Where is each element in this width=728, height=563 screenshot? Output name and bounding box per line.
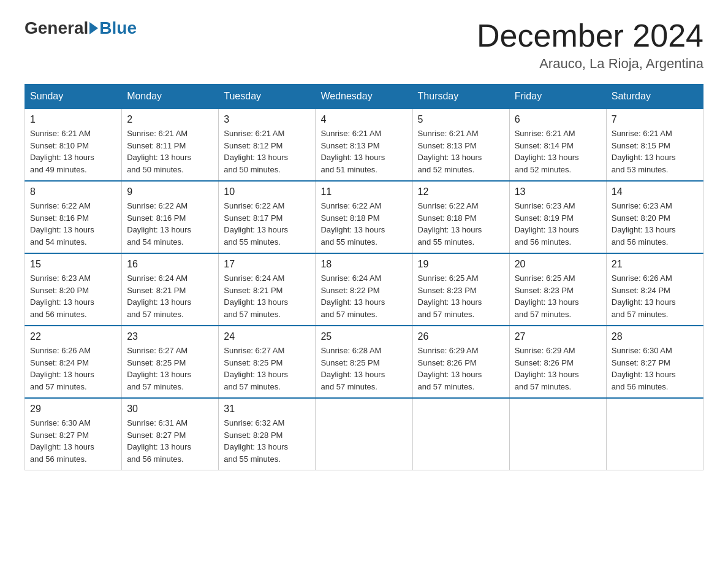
day-number: 4 xyxy=(320,114,407,125)
day-number: 6 xyxy=(515,114,601,125)
calendar-cell: 27 Sunrise: 6:29 AMSunset: 8:26 PMDaylig… xyxy=(509,326,606,398)
day-number: 29 xyxy=(30,404,116,415)
day-info: Sunrise: 6:24 AMSunset: 8:21 PMDaylight:… xyxy=(224,274,288,319)
calendar-cell: 7 Sunrise: 6:21 AMSunset: 8:15 PMDayligh… xyxy=(606,109,703,181)
day-info: Sunrise: 6:22 AMSunset: 8:18 PMDaylight:… xyxy=(320,201,385,247)
logo-blue-text: Blue xyxy=(99,18,137,38)
calendar-cell: 22 Sunrise: 6:26 AMSunset: 8:24 PMDaylig… xyxy=(25,326,122,398)
day-number: 3 xyxy=(224,114,310,125)
calendar-header-monday: Monday xyxy=(122,85,219,109)
calendar-cell: 2 Sunrise: 6:21 AMSunset: 8:11 PMDayligh… xyxy=(122,109,219,181)
day-number: 24 xyxy=(224,331,310,342)
calendar-cell: 4 Sunrise: 6:21 AMSunset: 8:13 PMDayligh… xyxy=(316,109,412,181)
calendar-cell: 8 Sunrise: 6:22 AMSunset: 8:16 PMDayligh… xyxy=(25,181,122,253)
calendar-cell: 17 Sunrise: 6:24 AMSunset: 8:21 PMDaylig… xyxy=(219,253,316,326)
calendar-cell: 25 Sunrise: 6:28 AMSunset: 8:25 PMDaylig… xyxy=(316,326,412,398)
day-info: Sunrise: 6:26 AMSunset: 8:24 PMDaylight:… xyxy=(612,274,676,319)
day-number: 15 xyxy=(30,259,116,270)
day-number: 31 xyxy=(224,404,310,415)
day-info: Sunrise: 6:21 AMSunset: 8:14 PMDaylight:… xyxy=(515,129,579,174)
day-number: 10 xyxy=(224,186,310,197)
calendar-table: SundayMondayTuesdayWednesdayThursdayFrid… xyxy=(25,84,703,470)
day-number: 18 xyxy=(320,259,407,270)
day-info: Sunrise: 6:26 AMSunset: 8:24 PMDaylight:… xyxy=(30,346,94,391)
month-title: December 2024 xyxy=(477,18,703,53)
calendar-cell: 29 Sunrise: 6:30 AMSunset: 8:27 PMDaylig… xyxy=(25,398,122,470)
calendar-cell: 23 Sunrise: 6:27 AMSunset: 8:25 PMDaylig… xyxy=(122,326,219,398)
calendar-cell: 9 Sunrise: 6:22 AMSunset: 8:16 PMDayligh… xyxy=(122,181,219,253)
calendar-cell: 11 Sunrise: 6:22 AMSunset: 8:18 PMDaylig… xyxy=(316,181,412,253)
calendar-header-thursday: Thursday xyxy=(412,85,509,109)
calendar-cell xyxy=(412,398,509,470)
calendar-header-tuesday: Tuesday xyxy=(219,85,316,109)
calendar-cell: 13 Sunrise: 6:23 AMSunset: 8:19 PMDaylig… xyxy=(509,181,606,253)
calendar-cell: 5 Sunrise: 6:21 AMSunset: 8:13 PMDayligh… xyxy=(412,109,509,181)
calendar-week-row: 8 Sunrise: 6:22 AMSunset: 8:16 PMDayligh… xyxy=(25,181,703,253)
day-info: Sunrise: 6:25 AMSunset: 8:23 PMDaylight:… xyxy=(515,274,579,319)
day-info: Sunrise: 6:24 AMSunset: 8:22 PMDaylight:… xyxy=(320,274,385,319)
calendar-cell: 20 Sunrise: 6:25 AMSunset: 8:23 PMDaylig… xyxy=(509,253,606,326)
calendar-cell: 24 Sunrise: 6:27 AMSunset: 8:25 PMDaylig… xyxy=(219,326,316,398)
calendar-cell: 28 Sunrise: 6:30 AMSunset: 8:27 PMDaylig… xyxy=(606,326,703,398)
calendar-header-friday: Friday xyxy=(509,85,606,109)
day-info: Sunrise: 6:27 AMSunset: 8:25 PMDaylight:… xyxy=(224,346,288,391)
calendar-cell: 10 Sunrise: 6:22 AMSunset: 8:17 PMDaylig… xyxy=(219,181,316,253)
calendar-week-row: 1 Sunrise: 6:21 AMSunset: 8:10 PMDayligh… xyxy=(25,109,703,181)
day-number: 25 xyxy=(320,331,407,342)
day-number: 9 xyxy=(127,186,213,197)
day-info: Sunrise: 6:31 AMSunset: 8:27 PMDaylight:… xyxy=(127,418,191,464)
calendar-cell: 18 Sunrise: 6:24 AMSunset: 8:22 PMDaylig… xyxy=(316,253,412,326)
calendar-week-row: 15 Sunrise: 6:23 AMSunset: 8:20 PMDaylig… xyxy=(25,253,703,326)
logo: General Blue xyxy=(25,18,137,38)
calendar-cell: 31 Sunrise: 6:32 AMSunset: 8:28 PMDaylig… xyxy=(219,398,316,470)
day-number: 12 xyxy=(418,186,504,197)
day-info: Sunrise: 6:30 AMSunset: 8:27 PMDaylight:… xyxy=(612,346,676,391)
calendar-week-row: 22 Sunrise: 6:26 AMSunset: 8:24 PMDaylig… xyxy=(25,326,703,398)
calendar-cell: 6 Sunrise: 6:21 AMSunset: 8:14 PMDayligh… xyxy=(509,109,606,181)
calendar-header-sunday: Sunday xyxy=(25,85,122,109)
calendar-cell: 1 Sunrise: 6:21 AMSunset: 8:10 PMDayligh… xyxy=(25,109,122,181)
day-number: 23 xyxy=(127,331,213,342)
day-info: Sunrise: 6:29 AMSunset: 8:26 PMDaylight:… xyxy=(515,346,579,391)
day-number: 30 xyxy=(127,404,213,415)
calendar-cell: 15 Sunrise: 6:23 AMSunset: 8:20 PMDaylig… xyxy=(25,253,122,326)
day-number: 28 xyxy=(612,331,698,342)
day-info: Sunrise: 6:32 AMSunset: 8:28 PMDaylight:… xyxy=(224,418,288,464)
day-number: 8 xyxy=(30,186,116,197)
day-info: Sunrise: 6:22 AMSunset: 8:17 PMDaylight:… xyxy=(224,201,288,247)
day-number: 26 xyxy=(418,331,504,342)
day-number: 17 xyxy=(224,259,310,270)
day-info: Sunrise: 6:21 AMSunset: 8:15 PMDaylight:… xyxy=(612,129,676,174)
calendar-cell: 12 Sunrise: 6:22 AMSunset: 8:18 PMDaylig… xyxy=(412,181,509,253)
day-number: 11 xyxy=(320,186,407,197)
calendar-cell: 21 Sunrise: 6:26 AMSunset: 8:24 PMDaylig… xyxy=(606,253,703,326)
title-block: December 2024 Arauco, La Rioja, Argentin… xyxy=(477,18,703,72)
calendar-cell: 30 Sunrise: 6:31 AMSunset: 8:27 PMDaylig… xyxy=(122,398,219,470)
day-info: Sunrise: 6:28 AMSunset: 8:25 PMDaylight:… xyxy=(320,346,385,391)
day-info: Sunrise: 6:24 AMSunset: 8:21 PMDaylight:… xyxy=(127,274,191,319)
calendar-header-saturday: Saturday xyxy=(606,85,703,109)
location-title: Arauco, La Rioja, Argentina xyxy=(477,56,703,72)
logo-arrow-icon xyxy=(89,22,98,34)
day-info: Sunrise: 6:21 AMSunset: 8:13 PMDaylight:… xyxy=(418,129,482,174)
day-info: Sunrise: 6:21 AMSunset: 8:10 PMDaylight:… xyxy=(30,129,94,174)
day-info: Sunrise: 6:21 AMSunset: 8:12 PMDaylight:… xyxy=(224,129,288,174)
calendar-cell: 14 Sunrise: 6:23 AMSunset: 8:20 PMDaylig… xyxy=(606,181,703,253)
day-number: 5 xyxy=(418,114,504,125)
day-info: Sunrise: 6:23 AMSunset: 8:20 PMDaylight:… xyxy=(30,274,94,319)
day-number: 27 xyxy=(515,331,601,342)
day-number: 13 xyxy=(515,186,601,197)
day-number: 19 xyxy=(418,259,504,270)
calendar-week-row: 29 Sunrise: 6:30 AMSunset: 8:27 PMDaylig… xyxy=(25,398,703,470)
calendar-cell xyxy=(316,398,412,470)
calendar-cell xyxy=(606,398,703,470)
day-number: 7 xyxy=(612,114,698,125)
calendar-cell: 26 Sunrise: 6:29 AMSunset: 8:26 PMDaylig… xyxy=(412,326,509,398)
logo-general-text: General xyxy=(25,18,88,38)
day-info: Sunrise: 6:22 AMSunset: 8:18 PMDaylight:… xyxy=(418,201,482,247)
day-info: Sunrise: 6:21 AMSunset: 8:13 PMDaylight:… xyxy=(320,129,385,174)
day-info: Sunrise: 6:30 AMSunset: 8:27 PMDaylight:… xyxy=(30,418,94,464)
day-number: 16 xyxy=(127,259,213,270)
day-number: 21 xyxy=(612,259,698,270)
day-number: 1 xyxy=(30,114,116,125)
